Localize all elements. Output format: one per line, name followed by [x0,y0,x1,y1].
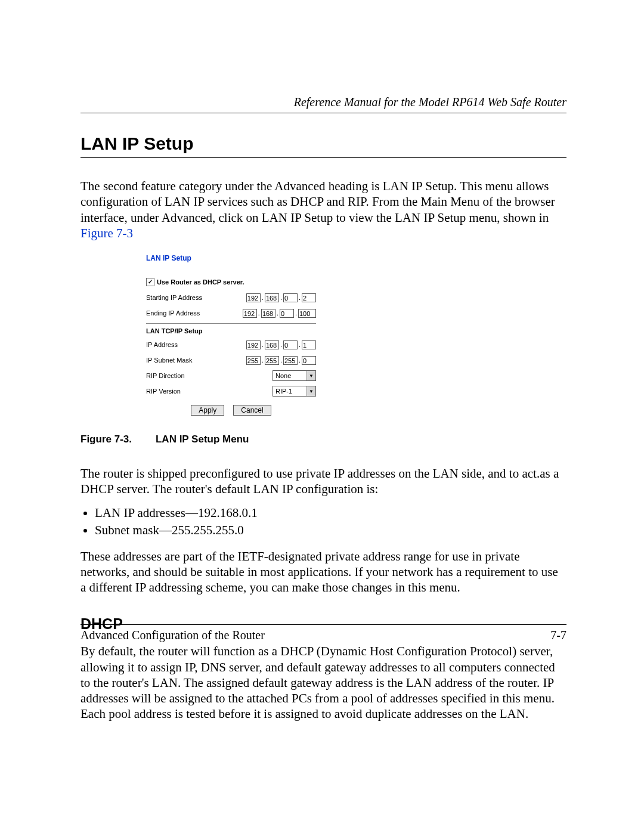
rip-version-select[interactable]: RIP-1 ▼ [273,386,316,397]
ending-ip-octet-1[interactable]: 192 [243,309,257,318]
ending-ip-label: Ending IP Address [146,309,200,317]
page-footer: Advanced Configuration of the Router 7-7 [80,624,566,642]
starting-ip-octet-4[interactable]: 2 [302,293,316,302]
panel-title: LAN IP Setup [146,254,316,262]
mask-octet-2[interactable]: 255 [265,356,279,365]
rip-version-label: RIP Version [146,388,181,395]
rip-direction-select[interactable]: None ▼ [273,370,316,381]
starting-ip-group: 192. 168. 0. 2 [246,293,316,302]
rip-version-value: RIP-1 [273,388,306,395]
figure-screenshot: LAN IP Setup ✓ Use Router as DHCP server… [146,254,566,416]
starting-ip-label: Starting IP Address [146,294,202,301]
dhcp-checkbox[interactable]: ✓ [146,278,154,286]
figure-caption: Figure 7-3.LAN IP Setup Menu [80,433,566,445]
tcpip-subheading: LAN TCP/IP Setup [146,323,316,335]
list-item: Subnet mask—255.255.255.0 [95,523,566,538]
header-rule [80,113,566,113]
figure-caption-text: LAN IP Setup Menu [156,433,249,445]
ip-address-label: IP Address [146,341,178,348]
ip-octet-3[interactable]: 0 [283,340,298,349]
running-header: Reference Manual for the Model RP614 Web… [80,95,566,109]
ending-ip-octet-2[interactable]: 168 [261,309,275,318]
ending-ip-group: 192. 168. 0. 100 [243,309,316,318]
chevron-down-icon: ▼ [306,386,315,396]
ending-ip-octet-4[interactable]: 100 [298,309,316,318]
starting-ip-octet-2[interactable]: 168 [265,293,279,302]
cancel-button[interactable]: Cancel [233,405,271,416]
subnet-mask-label: IP Subnet Mask [146,357,192,364]
intro-paragraph: The second feature category under the Ad… [80,178,566,241]
starting-ip-octet-1[interactable]: 192 [246,293,261,302]
section-title: LAN IP Setup [80,134,566,154]
intro-text: The second feature category under the Ad… [80,179,555,225]
default-config-list: LAN IP addresses—192.168.0.1 Subnet mask… [80,506,566,538]
dhcp-checkbox-row: ✓ Use Router as DHCP server. [146,278,316,286]
dhcp-checkbox-label: Use Router as DHCP server. [157,278,244,286]
rip-direction-value: None [273,372,306,379]
body-paragraph: The router is shipped preconfigured to u… [80,466,566,497]
ending-ip-octet-3[interactable]: 0 [280,309,294,318]
mask-octet-4[interactable]: 0 [302,356,316,365]
figure-reference-link[interactable]: Figure 7-3 [80,226,133,240]
list-item: LAN IP addresses—192.168.0.1 [95,506,566,521]
mask-octet-1[interactable]: 255 [246,356,261,365]
apply-button[interactable]: Apply [191,405,224,416]
subnet-mask-group: 255. 255. 255. 0 [246,356,316,365]
footer-left: Advanced Configuration of the Router [80,628,265,642]
title-rule [80,157,566,158]
chevron-down-icon: ▼ [306,371,315,380]
dhcp-paragraph: By default, the router will function as … [80,643,566,721]
rip-direction-label: RIP Direction [146,372,185,379]
starting-ip-octet-3[interactable]: 0 [283,293,298,302]
ip-address-group: 192. 168. 0. 1 [246,340,316,349]
footer-page-number: 7-7 [550,628,566,642]
mask-octet-3[interactable]: 255 [283,356,298,365]
ip-octet-2[interactable]: 168 [265,340,279,349]
ip-octet-1[interactable]: 192 [246,340,261,349]
ip-octet-4[interactable]: 1 [302,340,316,349]
footer-rule [80,624,566,625]
body-paragraph: These addresses are part of the IETF-des… [80,549,566,596]
figure-number: Figure 7-3. [80,433,132,445]
